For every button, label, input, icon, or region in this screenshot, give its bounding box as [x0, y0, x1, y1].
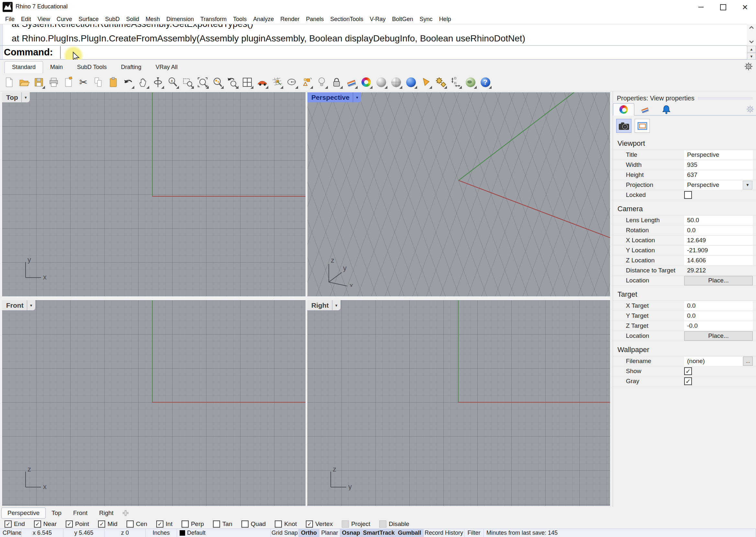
menu-dimension[interactable]: Dimension	[163, 15, 197, 23]
viewport-menu-chevron-icon[interactable]: ▼	[353, 92, 361, 103]
pan-icon[interactable]	[136, 75, 150, 90]
x-location-field[interactable]: 12.649	[684, 236, 753, 245]
z-location-field[interactable]: 14.606	[684, 256, 753, 265]
show-checkbox[interactable]	[684, 367, 692, 375]
open-file-icon[interactable]	[17, 75, 31, 90]
menu-render[interactable]: Render	[277, 15, 303, 23]
status-cplane[interactable]: CPlane	[0, 529, 21, 537]
osnap-knot[interactable]: Knot	[275, 520, 297, 528]
shaded-sphere-icon[interactable]	[374, 75, 388, 90]
tab-notifications[interactable]	[656, 103, 677, 115]
osnap-perp[interactable]: Perp	[181, 520, 204, 528]
gears-icon[interactable]	[434, 75, 448, 90]
status-layer[interactable]: Default	[177, 529, 271, 537]
zoom-window-icon[interactable]	[181, 75, 195, 90]
status-filter[interactable]: Filter	[465, 529, 484, 537]
y-target-field[interactable]: 0.0	[684, 311, 753, 321]
menu-solid[interactable]: Solid	[123, 15, 142, 23]
cplane-grid-icon[interactable]	[270, 75, 284, 90]
viewport-right[interactable]: Right ▼ z y	[307, 300, 610, 506]
viewport-perspective[interactable]: Perspective ▼ z y x	[307, 92, 610, 296]
wallpaper-button[interactable]	[635, 119, 650, 133]
viewport-tab-top[interactable]: Top	[46, 508, 67, 518]
tab-layers[interactable]	[634, 103, 656, 115]
menu-subd[interactable]: SubD	[102, 15, 123, 23]
gray-checkbox[interactable]	[684, 377, 692, 385]
undo-icon[interactable]	[121, 75, 135, 90]
menu-surface[interactable]: Surface	[75, 15, 102, 23]
status-record-history[interactable]: Record History	[424, 529, 465, 537]
osnap-cen[interactable]: Cen	[127, 520, 147, 528]
viewport-tab-right[interactable]: Right	[93, 508, 119, 518]
command-history-scrollbar[interactable]	[747, 24, 756, 45]
menu-file[interactable]: File	[2, 15, 18, 23]
menu-view[interactable]: View	[34, 15, 54, 23]
help-icon[interactable]: ?	[478, 75, 492, 90]
lightbulb-icon[interactable]	[315, 75, 328, 90]
status-osnap[interactable]: Osnap	[340, 529, 362, 537]
zoom-icon[interactable]: ±	[166, 75, 180, 90]
menu-panels[interactable]: Panels	[303, 15, 327, 23]
viewport-perspective-label[interactable]: Perspective ▼	[307, 92, 361, 103]
command-line[interactable]: Command:	[0, 45, 747, 60]
lens-length-field[interactable]: 50.0	[684, 216, 753, 225]
status-grid-snap[interactable]: Grid Snap	[271, 529, 299, 537]
dimension-icon[interactable]	[449, 75, 463, 90]
x-target-field[interactable]: 0.0	[684, 301, 753, 310]
osnap-disable[interactable]: Disable	[379, 520, 409, 528]
target-place-button[interactable]: Place...	[684, 331, 753, 341]
menu-help[interactable]: Help	[436, 15, 454, 23]
width-field[interactable]: 935	[684, 160, 753, 170]
group-shapes-icon[interactable]	[300, 75, 314, 90]
rendered-sphere-icon[interactable]	[389, 75, 403, 90]
status-ortho[interactable]: Ortho	[299, 529, 320, 537]
osnap-project[interactable]: Project	[342, 520, 370, 528]
zoom-extents-icon[interactable]	[210, 75, 224, 90]
viewport-top[interactable]: Top ▼ y x	[2, 92, 306, 296]
vray-cone-icon[interactable]	[419, 75, 433, 90]
menu-vray[interactable]: V-Ray	[367, 15, 389, 23]
panel-gear-icon[interactable]	[746, 105, 754, 113]
height-field[interactable]: 637	[684, 170, 753, 180]
viewport-right-label[interactable]: Right ▼	[307, 300, 340, 310]
status-smarttrack[interactable]: SmartTrack	[362, 529, 396, 537]
osnap-int[interactable]: Int	[156, 520, 172, 528]
menu-tools[interactable]: Tools	[230, 15, 250, 23]
save-icon[interactable]	[32, 75, 46, 90]
export-page-icon[interactable]	[61, 75, 75, 90]
copy-icon[interactable]	[91, 75, 105, 90]
viewport-menu-chevron-icon[interactable]: ▼	[21, 92, 30, 103]
osnap-near[interactable]: Near	[34, 520, 57, 528]
title-field[interactable]: Perspective	[684, 150, 753, 160]
projection-select[interactable]: Perspective ▼	[684, 181, 753, 190]
status-planar[interactable]: Planar	[320, 529, 340, 537]
rotate-view-icon[interactable]	[151, 75, 165, 90]
menu-curve[interactable]: Curve	[54, 15, 75, 23]
filename-field[interactable]: (none)	[684, 356, 742, 366]
toolbar-gear-icon[interactable]	[744, 62, 753, 71]
lock-icon[interactable]	[329, 75, 343, 90]
menu-edit[interactable]: Edit	[18, 15, 34, 23]
vray-car-icon[interactable]	[255, 75, 269, 90]
close-button[interactable]: ×	[734, 0, 756, 14]
viewport-layout-icon[interactable]	[240, 75, 254, 90]
viewport-tab-front[interactable]: Front	[67, 508, 93, 518]
viewport-top-label[interactable]: Top ▼	[2, 92, 30, 103]
camera-place-button[interactable]: Place...	[684, 276, 753, 285]
new-file-icon[interactable]	[2, 75, 16, 90]
toolbar-tab-vray-all[interactable]: VRay All	[149, 62, 185, 73]
osnap-end[interactable]: End	[5, 520, 25, 528]
command-history[interactable]: at System.Reflection.RuntimeAssembly.Get…	[0, 24, 747, 45]
osnap-quad[interactable]: Quad	[242, 520, 266, 528]
viewport-front-label[interactable]: Front ▼	[2, 300, 35, 310]
viewport-menu-chevron-icon[interactable]: ▼	[27, 300, 35, 310]
osnap-tan[interactable]: Tan	[213, 520, 232, 528]
menu-sync[interactable]: Sync	[417, 15, 436, 23]
ellipse-icon[interactable]	[285, 75, 299, 90]
minimize-button[interactable]	[690, 0, 712, 14]
osnap-vertex[interactable]: Vertex	[306, 520, 333, 528]
locked-checkbox[interactable]	[684, 191, 692, 199]
browse-button[interactable]: ...	[743, 356, 753, 366]
menu-analyze[interactable]: Analyze	[250, 15, 277, 23]
menu-boltgen[interactable]: BoltGen	[389, 15, 417, 23]
